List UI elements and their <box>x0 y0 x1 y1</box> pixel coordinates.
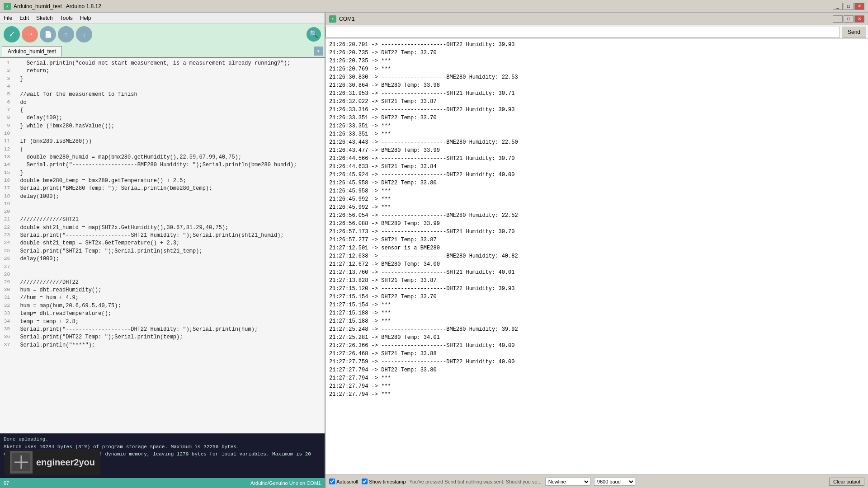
baud-select[interactable]: 9600 baud4800 baud19200 baud115200 baud <box>594 478 635 486</box>
line-number: 32 <box>0 302 14 310</box>
line-number: 12 <box>0 146 14 154</box>
serial-output-line: 21:26:56.088 -> BME280 Temp: 33.99 <box>329 220 864 228</box>
new-button[interactable]: 📄 <box>40 26 56 42</box>
clear-output-button[interactable]: Clear output <box>829 478 864 486</box>
search-button[interactable]: 🔍 <box>307 27 321 42</box>
status-bar: 67 Arduino/Genuino Uno on COM1 <box>0 478 325 488</box>
serial-output-line: 21:26:30.864 -> BME280 Temp: 33.98 <box>329 81 864 89</box>
line-number: 18 <box>0 193 14 201</box>
serial-send-button[interactable]: Send <box>842 27 866 38</box>
line-number: 21 <box>0 216 14 224</box>
line-number: 27 <box>0 263 14 271</box>
title-controls[interactable]: _ □ ✕ <box>833 3 864 10</box>
line-code: hum = map(hum,20.6,69.5,40,75); <box>14 302 325 310</box>
menu-bar: File Edit Sketch Tools Help <box>0 13 325 23</box>
menu-sketch[interactable]: Sketch <box>36 15 53 21</box>
serial-output-line: 21:27:15.120 -> --------------------DHT2… <box>329 285 864 293</box>
serial-output-line: 21:27:27.794 -> *** <box>329 390 864 399</box>
autoscroll-checkbox[interactable] <box>329 479 335 484</box>
serial-close-btn[interactable]: ✕ <box>854 15 864 23</box>
code-line: 22 double sht21_humid = map(SHT2x.GetHum… <box>0 224 325 232</box>
line-code: delay(1000); <box>14 255 325 263</box>
serial-maximize-btn[interactable]: □ <box>844 15 854 23</box>
line-code: Serial.print("SHT21 Temp: ");Serial.prin… <box>14 248 325 255</box>
line-code: Serial.print("--------------------DHT22 … <box>14 326 325 333</box>
menu-edit[interactable]: Edit <box>19 15 29 21</box>
status-line: 67 <box>4 480 9 486</box>
menu-help[interactable]: Help <box>80 15 91 21</box>
line-code <box>14 271 325 279</box>
upload-button[interactable]: → <box>22 26 38 42</box>
save-button[interactable]: ↓ <box>76 26 92 42</box>
code-scroll[interactable]: 1 Serial.println("could not start measur… <box>0 58 325 433</box>
serial-output-line: 21:26:33.351 -> DHT22 Temp: 33.70 <box>329 114 864 122</box>
open-button[interactable]: ↑ <box>58 26 74 42</box>
line-code: delay(1000); <box>14 193 325 201</box>
serial-output-line: 21:26:32.022 -> SHT21 Temp: 33.87 <box>329 98 864 106</box>
watermark-icon <box>10 451 33 474</box>
serial-input-field[interactable] <box>326 27 840 38</box>
app-title: Arduino_humid_test | Arduino 1.8.12 <box>14 3 101 9</box>
verify-button[interactable]: ✓ <box>4 26 20 42</box>
serial-input-row: Send <box>326 25 868 39</box>
serial-output-line: 21:26:43.477 -> BME280 Temp: 33.99 <box>329 146 864 155</box>
code-line: 33 temp= dht.readTemperature(); <box>0 310 325 318</box>
line-number: 33 <box>0 310 14 318</box>
code-line: 5 //wait for the measurement to finish <box>0 91 325 99</box>
title-bar: ⚡ Arduino_humid_test | Arduino 1.8.12 _ … <box>0 0 868 13</box>
line-number: 11 <box>0 138 14 145</box>
serial-output-line: 21:26:33.351 -> *** <box>329 122 864 130</box>
code-line: 16 double bme280_temp = bmx280.getTemper… <box>0 177 325 185</box>
tab-arduino-humid-test[interactable]: Arduino_humid_test <box>2 46 62 56</box>
maximize-btn[interactable]: □ <box>844 3 854 10</box>
minimize-btn[interactable]: _ <box>833 3 843 10</box>
autoscroll-label[interactable]: Autoscroll <box>329 479 358 484</box>
code-line: 15 } <box>0 169 325 177</box>
timestamp-checkbox[interactable] <box>362 479 368 484</box>
code-line: 29 /////////////DHT22 <box>0 279 325 286</box>
arduino-ide-panel: File Edit Sketch Tools Help ✓ → 📄 ↑ ↓ 🔍 … <box>0 13 326 488</box>
menu-file[interactable]: File <box>4 15 12 21</box>
newline-select[interactable]: NewlineNo line endingCarriage returnBoth… <box>545 478 590 486</box>
serial-output-line: 21:27:25.248 -> --------------------BME2… <box>329 325 864 333</box>
tab-dropdown[interactable]: ▾ <box>314 47 323 56</box>
serial-output-line: 21:27:25.281 -> BME280 Temp: 34.01 <box>329 333 864 342</box>
close-btn[interactable]: ✕ <box>854 3 864 10</box>
line-code: } <box>14 169 325 177</box>
code-line: 28 <box>0 271 325 279</box>
serial-output-line: 21:26:57.173 -> --------------------SHT2… <box>329 228 864 236</box>
serial-output-line: 21:27:27.794 -> *** <box>329 382 864 390</box>
line-code: Serial.println("****"); <box>14 342 325 349</box>
line-number: 28 <box>0 271 14 279</box>
line-code: double sht21_humid = map(SHT2x.GetHumidi… <box>14 224 325 232</box>
menu-tools[interactable]: Tools <box>60 15 73 21</box>
code-line: 2 return; <box>0 67 325 75</box>
serial-output-line: 21:26:56.054 -> --------------------BME2… <box>329 211 864 220</box>
serial-title-bar: ⚡ COM1 _ □ ✕ <box>326 13 868 25</box>
code-line: 17 Serial.print("BME280 Temp: "); Serial… <box>0 185 325 192</box>
line-number: 20 <box>0 208 14 216</box>
line-code: return; <box>14 67 325 75</box>
serial-title-controls[interactable]: _ □ ✕ <box>833 15 864 23</box>
serial-minimize-btn[interactable]: _ <box>833 15 843 23</box>
line-code: double sht21_temp = SHT2x.GetTemperature… <box>14 239 325 247</box>
serial-output-line: 21:26:43.443 -> --------------------BME2… <box>329 138 864 146</box>
serial-output[interactable]: 21:26:20.701 -> --------------------DHT2… <box>326 39 868 474</box>
line-code: Serial.print("--------------------BME280… <box>14 161 325 169</box>
code-line: 23 Serial.print("--------------------SHT… <box>0 232 325 239</box>
line-code: double bme280_temp = bmx280.getTemperatu… <box>14 177 325 185</box>
code-line: 14 Serial.print("--------------------BME… <box>0 161 325 169</box>
code-line: 7 { <box>0 107 325 114</box>
code-line: 13 double bme280_humid = map(bmx280.getH… <box>0 154 325 161</box>
line-number: 17 <box>0 185 14 192</box>
serial-output-line: 21:27:12.501 -> sensor is a BME280 <box>329 244 864 252</box>
code-line: 6 do <box>0 99 325 107</box>
timestamp-label[interactable]: Show timestamp <box>362 479 406 484</box>
serial-output-line: 21:27:27.759 -> --------------------DHT2… <box>329 358 864 366</box>
line-code: { <box>14 107 325 114</box>
code-line: 10 <box>0 130 325 138</box>
serial-output-line: 21:27:13.828 -> SHT21 Temp: 33.87 <box>329 277 864 285</box>
serial-output-line: 21:26:45.992 -> *** <box>329 203 864 211</box>
code-line: 34 temp = temp + 2.8; <box>0 318 325 326</box>
line-number: 29 <box>0 279 14 286</box>
